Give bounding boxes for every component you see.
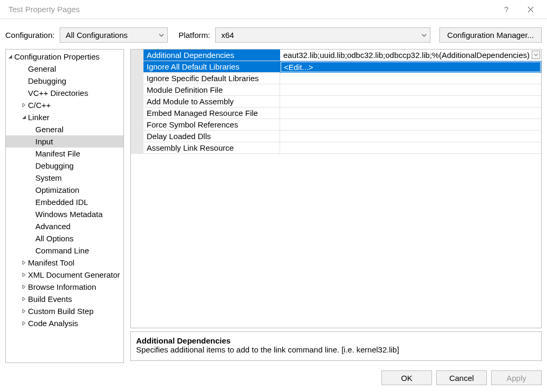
platform-value: x64	[216, 31, 418, 40]
dialog-footer: OK Cancel Apply	[0, 363, 547, 385]
tree-item-label: Optimization	[35, 185, 79, 194]
property-label: Embed Managed Resource File	[143, 107, 280, 119]
tree-item[interactable]: Code Analysis	[6, 317, 123, 329]
platform-combo[interactable]: x64	[215, 27, 430, 43]
property-grid: Additional Dependencieseaut32.lib;uuid.l…	[130, 49, 542, 328]
tree-item-label: Custom Build Step	[28, 307, 93, 316]
property-value[interactable]	[280, 96, 541, 107]
tree-item-label: Code Analysis	[28, 319, 78, 328]
tree-item[interactable]: C/C++	[6, 99, 123, 111]
tree-item[interactable]: Debugging	[6, 160, 123, 172]
tree-item[interactable]: Build Events	[6, 293, 123, 305]
tree-item-label: Debugging	[35, 161, 74, 170]
tree-item[interactable]: Input	[6, 135, 123, 148]
body-area: Configuration Properties GeneralDebuggin…	[0, 49, 547, 363]
tree-item[interactable]: Optimization	[6, 184, 123, 196]
tree-item[interactable]: Browse Information	[6, 281, 123, 293]
description-title: Additional Dependencies	[136, 336, 536, 345]
chevron-down-icon	[418, 33, 430, 38]
tree-item[interactable]: Linker	[6, 111, 123, 123]
tree-item-label: Build Events	[28, 295, 72, 303]
expander-closed-icon[interactable]	[21, 260, 27, 265]
expander-open-icon[interactable]	[21, 115, 27, 120]
dropdown-button[interactable]	[532, 51, 540, 59]
tree-item[interactable]: General	[6, 63, 123, 75]
grid-gutter	[131, 50, 143, 154]
expander-closed-icon[interactable]	[21, 309, 27, 313]
tree-item[interactable]: XML Document Generator	[6, 269, 123, 281]
tree-view[interactable]: Configuration Properties GeneralDebuggin…	[5, 49, 124, 363]
tree-item-label: Windows Metadata	[35, 210, 103, 219]
expander-closed-icon[interactable]	[21, 285, 27, 289]
property-value[interactable]	[280, 107, 541, 119]
property-value[interactable]	[280, 84, 541, 96]
property-row[interactable]: Add Module to Assembly	[143, 96, 541, 107]
tree-item[interactable]: Windows Metadata	[6, 208, 123, 220]
property-row[interactable]: Ignore All Default Libraries<Edit...>	[143, 61, 541, 73]
tree-item[interactable]: General	[6, 123, 123, 135]
property-row[interactable]: Embed Managed Resource File	[143, 107, 541, 119]
property-row[interactable]: Force Symbol References	[143, 119, 541, 131]
description-text: Specifies additional items to add to the…	[136, 345, 536, 354]
tree-item[interactable]: Command Line	[6, 244, 123, 257]
cancel-button[interactable]: Cancel	[436, 370, 487, 385]
property-row[interactable]: Additional Dependencieseaut32.lib;uuid.l…	[143, 50, 541, 61]
property-value[interactable]	[280, 131, 541, 142]
tree-item[interactable]: Custom Build Step	[6, 305, 123, 317]
property-label: Force Symbol References	[143, 119, 280, 131]
property-label: Module Definition File	[143, 84, 280, 96]
property-value[interactable]	[280, 142, 541, 154]
tree-item-label: Browse Information	[28, 282, 96, 291]
tree-item-label: Command Line	[35, 246, 89, 255]
right-pane: Additional Dependencieseaut32.lib;uuid.l…	[130, 49, 542, 363]
close-button[interactable]	[519, 1, 543, 18]
property-row[interactable]: Module Definition File	[143, 84, 541, 96]
tree-item[interactable]: Manifest Tool	[6, 257, 123, 269]
tree-item-label: General	[35, 125, 63, 134]
expander-closed-icon[interactable]	[21, 272, 27, 277]
property-label: Ignore All Default Libraries	[143, 61, 280, 73]
tree-item[interactable]: System	[6, 172, 123, 184]
configuration-manager-button[interactable]: Configuration Manager...	[439, 27, 542, 43]
tree-item[interactable]: VC++ Directories	[6, 87, 123, 99]
property-value[interactable]: <Edit...>	[281, 62, 541, 72]
expander-closed-icon[interactable]	[21, 297, 27, 301]
property-row[interactable]: Ignore Specific Default Libraries	[143, 73, 541, 84]
property-label: Delay Loaded Dlls	[143, 131, 280, 142]
tree-item-label: Manifest Tool	[28, 258, 74, 267]
help-button[interactable]: ?	[494, 1, 519, 18]
chevron-down-icon	[156, 33, 167, 38]
tree-item[interactable]: Advanced	[6, 220, 123, 232]
property-row[interactable]: Delay Loaded Dlls	[143, 131, 541, 142]
tree-item-label: Debugging	[28, 76, 66, 85]
property-row[interactable]: Assembly Link Resource	[143, 142, 541, 154]
configuration-combo[interactable]: All Configurations	[60, 27, 168, 43]
close-icon	[527, 6, 534, 13]
tree-item[interactable]: All Options	[6, 232, 123, 244]
tree-item[interactable]: Embedded IDL	[6, 196, 123, 208]
expander-open-icon[interactable]	[7, 54, 13, 59]
property-value[interactable]: eaut32.lib;uuid.lib;odbc32.lib;odbccp32.…	[280, 50, 541, 61]
platform-label: Platform:	[178, 31, 210, 40]
configuration-value: All Configurations	[60, 31, 156, 40]
property-value[interactable]	[280, 73, 541, 84]
tree-item[interactable]: Debugging	[6, 75, 123, 87]
expander-closed-icon[interactable]	[21, 321, 27, 326]
tree-item-label: Embedded IDL	[35, 198, 88, 207]
property-label: Assembly Link Resource	[143, 142, 280, 154]
apply-button[interactable]: Apply	[491, 370, 542, 385]
tree-root[interactable]: Configuration Properties	[6, 51, 123, 63]
config-toolbar: Configuration: All Configurations Platfo…	[0, 19, 547, 49]
ok-button[interactable]: OK	[381, 370, 432, 385]
tree-item-label: System	[35, 173, 62, 182]
tree-item-label: All Options	[35, 234, 74, 243]
tree-item-label: C/C++	[28, 101, 51, 110]
configuration-label: Configuration:	[5, 31, 54, 40]
tree-root-label: Configuration Properties	[14, 52, 100, 61]
window-title: Test Property Pages	[8, 5, 494, 14]
tree-item[interactable]: Manifest File	[6, 148, 123, 160]
property-value[interactable]	[280, 119, 541, 131]
tree-item-label: Manifest File	[35, 149, 80, 158]
tree-item-label: Input	[35, 137, 53, 146]
expander-closed-icon[interactable]	[21, 103, 27, 107]
